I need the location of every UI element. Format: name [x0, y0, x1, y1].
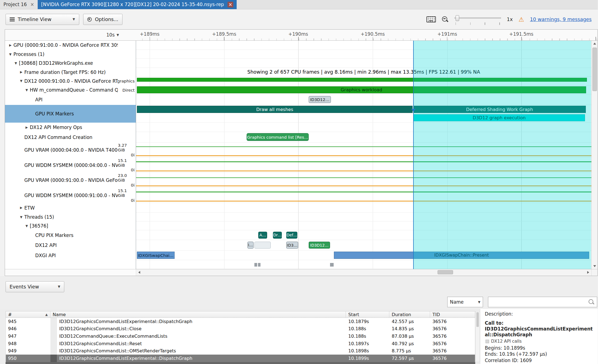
- ruler-ticks-area[interactable]: +189ms +189.5ms +190ms +190.5ms +191ms +…: [136, 30, 597, 40]
- row-lane[interactable]: A… Dr… Def…: [136, 230, 591, 240]
- dx12-api-chip[interactable]: I…: [247, 242, 254, 249]
- table-scroll-thumb[interactable]: [476, 312, 479, 327]
- expander-icon[interactable]: [19, 206, 24, 210]
- dx12-dispatch-chip[interactable]: ID3D12…: [309, 242, 330, 249]
- expander-icon[interactable]: [24, 224, 29, 228]
- memory-graph-lane[interactable]: [136, 143, 591, 158]
- options-button[interactable]: Options...: [83, 14, 122, 25]
- tree-item-partial[interactable]: [5, 260, 118, 269]
- tree-item-vram-3090[interactable]: GPU VRAM (0000:91:00.0 - NVIDIA GeFo: [5, 173, 118, 188]
- dx12-api-chip[interactable]: ID3…: [286, 242, 298, 249]
- cpu-pix-chip[interactable]: Dr…: [273, 232, 282, 239]
- tab-report[interactable]: [NVIDIA GeForce RTX 3090][1280 x 720][DX…: [38, 0, 237, 9]
- row-lane[interactable]: [136, 123, 591, 132]
- dx12-api-chip[interactable]: [254, 242, 271, 249]
- api-call-chip[interactable]: ID3D12…: [309, 96, 331, 103]
- row-lane[interactable]: Graphics command list [Res…: [136, 132, 591, 143]
- expander-icon[interactable]: [24, 126, 29, 129]
- scroll-left-button[interactable]: [136, 269, 143, 276]
- column-header-name[interactable]: Name: [50, 311, 346, 317]
- memory-graph-lane[interactable]: [136, 173, 591, 188]
- event-row[interactable]: 948 ID3D12GraphicsCommandList::Reset 10.…: [6, 340, 475, 347]
- row-lane[interactable]: [136, 203, 591, 213]
- tree-item-api[interactable]: API: [5, 94, 118, 105]
- event-row[interactable]: 945 ID3D12GraphicsCommandListExperimenta…: [6, 318, 475, 325]
- tree-item-frame-duration[interactable]: Frame duration (Target FPS: 60 Hz): [5, 68, 118, 77]
- tree-item-etw[interactable]: ETW: [5, 203, 118, 213]
- row-lane[interactable]: Showing 2 of 657 CPU frames | avg 8.16ms…: [136, 68, 591, 77]
- tree-item-dx12-api[interactable]: DX12 API: [5, 240, 118, 251]
- horizontal-scroll-thumb[interactable]: [438, 270, 453, 274]
- cpu-pix-chip[interactable]: A…: [258, 232, 267, 239]
- dxgi-present-bar[interactable]: IDXGISwapChain::Present: [334, 252, 589, 259]
- zoom-slider[interactable]: [454, 14, 501, 25]
- column-header-duration[interactable]: Duration: [389, 311, 430, 317]
- zoom-slider-track[interactable]: [454, 17, 501, 19]
- tree-item-command-queue[interactable]: HW m_commandQueue - Command Q: [5, 86, 118, 94]
- cpu-pix-chip[interactable]: Def…: [286, 232, 298, 239]
- tree-item-gpu-pix-markers[interactable]: GPU PIX Markers: [5, 105, 118, 123]
- warnings-messages-link[interactable]: 10 warnings, 9 messages: [530, 17, 592, 22]
- expander-icon[interactable]: [19, 70, 24, 74]
- scroll-up-button[interactable]: [592, 41, 597, 47]
- deferred-shading-bar[interactable]: Deferred Shading Work Graph: [413, 106, 586, 113]
- row-lane[interactable]: [136, 41, 591, 50]
- timeline-cursor-line[interactable]: [413, 41, 414, 269]
- tree-item-sysmem-t400[interactable]: GPU WDDM SYSMEM (0000:04:00.0 - NV: [5, 158, 118, 173]
- zoom-slider-thumb[interactable]: [456, 15, 459, 21]
- row-lane[interactable]: Draw all meshes Deferred Shading Work Gr…: [136, 105, 591, 123]
- row-lane[interactable]: [136, 221, 591, 230]
- row-lane[interactable]: IDXGISwapChai… IDXGISwapChain::Present: [136, 251, 591, 260]
- close-icon[interactable]: [30, 2, 34, 7]
- horizontal-scroll-track[interactable]: [143, 269, 585, 276]
- view-selector-dropdown[interactable]: Timeline View: [6, 14, 79, 25]
- tree-item-dxgi-api[interactable]: DXGI API: [5, 251, 118, 260]
- tree-item-memory-ops[interactable]: DX12 API Memory Ops: [5, 123, 118, 132]
- event-row[interactable]: 946 ID3D12GraphicsCommandList::Close 10.…: [6, 325, 475, 333]
- keyboard-shortcuts-icon[interactable]: [426, 16, 436, 22]
- ruler-scale-selector[interactable]: 10s: [5, 30, 136, 40]
- tree-item-process-exe[interactable]: [30868] D3D12WorkGraphs.exe: [5, 59, 118, 68]
- timeline-horizontal-scrollbar[interactable]: [5, 269, 598, 276]
- graph-execution-bar[interactable]: D3D12 graph execution: [413, 114, 585, 121]
- row-lane[interactable]: [136, 213, 591, 221]
- draw-all-meshes-bar[interactable]: Draw all meshes: [137, 106, 413, 113]
- expander-icon[interactable]: [8, 43, 13, 47]
- tree-item-gpu-91[interactable]: GPU (0000:91:00.0 - NVIDIA GeForce RTX 3…: [5, 41, 118, 50]
- row-lane[interactable]: [136, 77, 591, 86]
- expander-icon[interactable]: [19, 79, 24, 83]
- tree-item-processes[interactable]: Processes (1): [5, 50, 118, 59]
- vertical-scroll-thumb[interactable]: [592, 48, 597, 91]
- tab-project[interactable]: Project 16: [0, 0, 38, 9]
- row-lane[interactable]: [136, 50, 591, 59]
- events-table-scrollbar[interactable]: [475, 311, 480, 362]
- event-row[interactable]: 949 ID3D12GraphicsCommandList::OMSetRend…: [6, 347, 475, 355]
- row-lane[interactable]: I… ID3… ID3D12…: [136, 240, 591, 251]
- command-list-chip[interactable]: Graphics command list [Res…: [247, 133, 309, 141]
- scroll-down-button[interactable]: [592, 263, 597, 269]
- timeline-vertical-scrollbar[interactable]: [591, 41, 597, 269]
- event-row-selected[interactable]: 950 ID3D12GraphicsCommandListExperimenta…: [6, 355, 475, 362]
- expander-icon[interactable]: [8, 53, 13, 56]
- row-lane[interactable]: [136, 59, 591, 68]
- row-lane[interactable]: Graphics workload: [136, 86, 591, 94]
- gpu-workload-summary-bar[interactable]: [137, 78, 587, 82]
- tree-item-sysmem-3090[interactable]: GPU WDDM SYSMEM (0000:91:00.0 - NV: [5, 188, 118, 203]
- tree-item-cpu-pix-markers[interactable]: CPU PIX Markers: [5, 230, 118, 240]
- tree-item-dx12-device[interactable]: DX12 0000:91:00.0 - NVIDIA GeForce RT): [5, 77, 118, 86]
- expander-icon[interactable]: [24, 88, 29, 92]
- search-icon[interactable]: [588, 299, 594, 305]
- graphics-workload-bar[interactable]: Graphics workload: [137, 86, 586, 93]
- tree-item-vram-t400[interactable]: GPU VRAM (0000:04:00.0 - NVIDIA T400: [5, 143, 118, 158]
- memory-graph-lane[interactable]: [136, 188, 591, 203]
- row-lane[interactable]: [136, 260, 591, 269]
- scroll-right-button[interactable]: [585, 269, 591, 276]
- expander-icon[interactable]: [14, 61, 18, 65]
- expander-icon[interactable]: [19, 215, 24, 219]
- column-header-id[interactable]: #: [6, 311, 50, 317]
- search-input[interactable]: [488, 297, 588, 307]
- zoom-out-icon[interactable]: [442, 16, 449, 23]
- close-icon[interactable]: [228, 2, 233, 7]
- column-header-tid[interactable]: TID: [430, 311, 475, 317]
- tree-item-command-creation[interactable]: DX12 API Command Creation: [5, 132, 118, 143]
